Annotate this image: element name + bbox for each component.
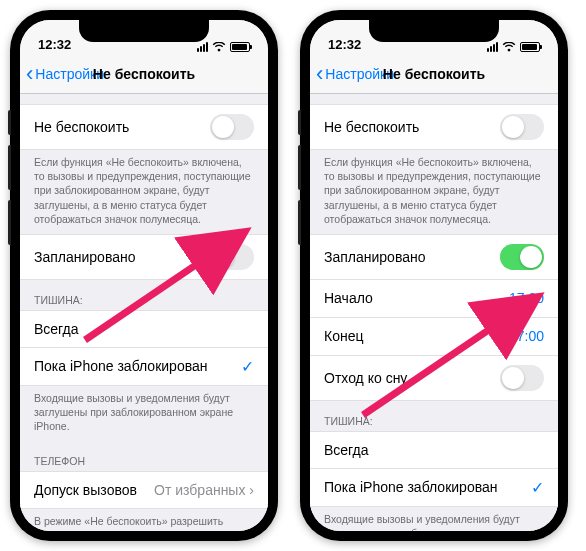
scheduled-row[interactable]: Запланировано xyxy=(20,234,268,280)
signal-icon xyxy=(197,42,208,52)
always-row[interactable]: Всегда xyxy=(310,431,558,469)
scheduled-row[interactable]: Запланировано xyxy=(310,234,558,280)
wifi-icon xyxy=(502,42,516,52)
battery-icon xyxy=(520,42,540,52)
screen: 12:32 ‹ Настройки Не беспокоить Не беспо… xyxy=(310,20,558,531)
check-icon: ✓ xyxy=(531,478,544,497)
scheduled-toggle[interactable] xyxy=(500,244,544,270)
chevron-left-icon: ‹ xyxy=(316,61,323,87)
content[interactable]: Не беспокоить Если функция «Не беспокоит… xyxy=(20,94,268,531)
status-time: 12:32 xyxy=(38,37,71,52)
dnd-row[interactable]: Не беспокоить xyxy=(20,104,268,150)
chevron-left-icon: ‹ xyxy=(26,61,33,87)
nav-bar: ‹ Настройки Не беспокоить xyxy=(20,54,268,94)
silence-footer: Входящие вызовы и уведомления будут загл… xyxy=(310,507,558,531)
signal-icon xyxy=(487,42,498,52)
nav-bar: ‹ Настройки Не беспокоить xyxy=(310,54,558,94)
scheduled-toggle[interactable] xyxy=(210,244,254,270)
battery-icon xyxy=(230,42,250,52)
allow-calls-row[interactable]: Допуск вызовов От избранных › xyxy=(20,471,268,509)
dnd-row[interactable]: Не беспокоить xyxy=(310,104,558,150)
content[interactable]: Не беспокоить Если функция «Не беспокоит… xyxy=(310,94,558,531)
start-value: 17:00 xyxy=(509,290,544,306)
phone-header: ТЕЛЕФОН xyxy=(20,441,268,471)
phone-left: 12:32 ‹ Настройки Не беспокоить Не беспо… xyxy=(10,10,278,541)
always-row[interactable]: Всегда xyxy=(20,310,268,348)
chevron-right-icon: › xyxy=(245,482,254,498)
screen: 12:32 ‹ Настройки Не беспокоить Не беспо… xyxy=(20,20,268,531)
phone-right: 12:32 ‹ Настройки Не беспокоить Не беспо… xyxy=(300,10,568,541)
locked-row[interactable]: Пока iPhone заблокирован ✓ xyxy=(20,348,268,386)
silence-header: ТИШИНА: xyxy=(20,280,268,310)
dnd-footer: Если функция «Не беспокоить» включена, т… xyxy=(20,150,268,234)
end-value: 7:00 xyxy=(517,328,544,344)
status-time: 12:32 xyxy=(328,37,361,52)
silence-header: ТИШИНА: xyxy=(310,401,558,431)
page-title: Не беспокоить xyxy=(93,66,195,82)
dnd-footer: Если функция «Не беспокоить» включена, т… xyxy=(310,150,558,234)
sleep-row[interactable]: Отход ко сну xyxy=(310,356,558,401)
allow-footer: В режиме «Не беспокоить» разрешить входя… xyxy=(20,509,268,531)
locked-row[interactable]: Пока iPhone заблокирован ✓ xyxy=(310,469,558,507)
dnd-toggle[interactable] xyxy=(210,114,254,140)
sleep-toggle[interactable] xyxy=(500,365,544,391)
wifi-icon xyxy=(212,42,226,52)
start-row[interactable]: Начало 17:00 xyxy=(310,280,558,318)
check-icon: ✓ xyxy=(241,357,254,376)
end-row[interactable]: Конец 7:00 xyxy=(310,318,558,356)
dnd-toggle[interactable] xyxy=(500,114,544,140)
silence-footer: Входящие вызовы и уведомления будут загл… xyxy=(20,386,268,442)
page-title: Не беспокоить xyxy=(383,66,485,82)
allow-value: От избранных › xyxy=(154,482,254,498)
